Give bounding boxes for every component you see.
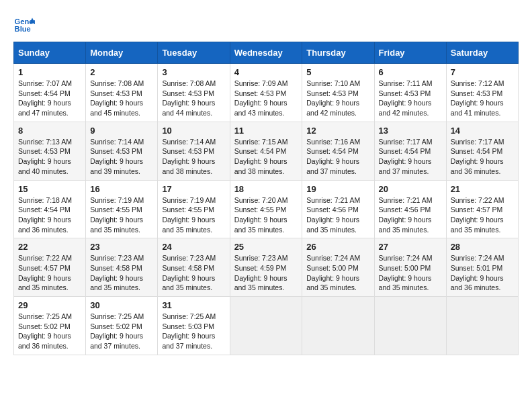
day-number: 9 bbox=[90, 126, 153, 136]
calendar-day-cell: 30Sunrise: 7:25 AMSunset: 5:02 PMDayligh… bbox=[86, 297, 158, 355]
day-number: 26 bbox=[306, 242, 369, 252]
day-number: 24 bbox=[162, 242, 225, 252]
day-info: Sunrise: 7:22 AMSunset: 4:57 PMDaylight:… bbox=[451, 195, 514, 235]
day-info: Sunrise: 7:17 AMSunset: 4:54 PMDaylight:… bbox=[451, 137, 514, 177]
day-number: 15 bbox=[18, 184, 81, 194]
day-number: 3 bbox=[162, 67, 225, 77]
calendar-day-cell bbox=[230, 297, 302, 355]
day-info: Sunrise: 7:10 AMSunset: 4:53 PMDaylight:… bbox=[306, 79, 369, 118]
calendar-day-cell bbox=[374, 297, 446, 355]
day-number: 20 bbox=[379, 184, 442, 194]
calendar-day-cell: 6Sunrise: 7:11 AMSunset: 4:53 PMDaylight… bbox=[374, 64, 446, 122]
calendar-day-cell: 4Sunrise: 7:09 AMSunset: 4:53 PMDaylight… bbox=[230, 64, 302, 122]
day-info: Sunrise: 7:12 AMSunset: 4:53 PMDaylight:… bbox=[451, 79, 514, 118]
day-number: 19 bbox=[306, 184, 369, 194]
day-info: Sunrise: 7:21 AMSunset: 4:56 PMDaylight:… bbox=[379, 195, 442, 235]
day-info: Sunrise: 7:15 AMSunset: 4:54 PMDaylight:… bbox=[234, 137, 298, 177]
day-number: 7 bbox=[451, 67, 514, 77]
day-number: 8 bbox=[18, 126, 81, 136]
calendar-day-cell: 8Sunrise: 7:13 AMSunset: 4:53 PMDaylight… bbox=[14, 122, 86, 180]
day-number: 1 bbox=[18, 67, 81, 77]
calendar-day-cell: 3Sunrise: 7:08 AMSunset: 4:53 PMDaylight… bbox=[158, 64, 230, 122]
day-info: Sunrise: 7:21 AMSunset: 4:56 PMDaylight:… bbox=[306, 195, 369, 235]
day-info: Sunrise: 7:24 AMSunset: 5:00 PMDaylight:… bbox=[379, 253, 442, 293]
day-number: 6 bbox=[379, 67, 442, 77]
header: General Blue bbox=[13, 13, 519, 35]
day-number: 4 bbox=[234, 67, 298, 77]
calendar-day-cell: 23Sunrise: 7:23 AMSunset: 4:58 PMDayligh… bbox=[86, 238, 158, 297]
day-info: Sunrise: 7:13 AMSunset: 4:53 PMDaylight:… bbox=[18, 137, 81, 177]
calendar-day-cell bbox=[446, 297, 518, 355]
day-number: 10 bbox=[162, 126, 225, 136]
calendar-week-row: 8Sunrise: 7:13 AMSunset: 4:53 PMDaylight… bbox=[14, 122, 519, 180]
day-info: Sunrise: 7:19 AMSunset: 4:55 PMDaylight:… bbox=[162, 195, 225, 235]
calendar-day-cell: 20Sunrise: 7:21 AMSunset: 4:56 PMDayligh… bbox=[374, 180, 446, 238]
calendar-day-cell: 7Sunrise: 7:12 AMSunset: 4:53 PMDaylight… bbox=[446, 64, 518, 122]
day-number: 5 bbox=[306, 67, 369, 77]
day-number: 18 bbox=[234, 184, 298, 194]
calendar-day-cell: 16Sunrise: 7:19 AMSunset: 4:55 PMDayligh… bbox=[86, 180, 158, 238]
calendar-week-row: 1Sunrise: 7:07 AMSunset: 4:54 PMDaylight… bbox=[14, 64, 519, 122]
day-info: Sunrise: 7:08 AMSunset: 4:53 PMDaylight:… bbox=[90, 79, 153, 118]
calendar-day-cell: 28Sunrise: 7:24 AMSunset: 5:01 PMDayligh… bbox=[446, 238, 518, 297]
day-number: 29 bbox=[18, 300, 81, 310]
calendar-day-cell: 24Sunrise: 7:23 AMSunset: 4:58 PMDayligh… bbox=[158, 238, 230, 297]
calendar-day-cell: 27Sunrise: 7:24 AMSunset: 5:00 PMDayligh… bbox=[374, 238, 446, 297]
day-info: Sunrise: 7:23 AMSunset: 4:58 PMDaylight:… bbox=[162, 253, 225, 293]
calendar-day-cell: 31Sunrise: 7:25 AMSunset: 5:03 PMDayligh… bbox=[158, 297, 230, 355]
day-number: 2 bbox=[90, 67, 153, 77]
day-info: Sunrise: 7:22 AMSunset: 4:57 PMDaylight:… bbox=[18, 253, 81, 293]
calendar-day-cell: 21Sunrise: 7:22 AMSunset: 4:57 PMDayligh… bbox=[446, 180, 518, 238]
weekday-header: Saturday bbox=[446, 42, 518, 64]
weekday-header: Wednesday bbox=[230, 42, 302, 64]
weekday-header: Thursday bbox=[302, 42, 374, 64]
day-number: 27 bbox=[379, 242, 442, 252]
day-number: 12 bbox=[306, 126, 369, 136]
day-info: Sunrise: 7:16 AMSunset: 4:54 PMDaylight:… bbox=[306, 137, 369, 177]
calendar-day-cell: 11Sunrise: 7:15 AMSunset: 4:54 PMDayligh… bbox=[230, 122, 302, 180]
calendar-day-cell: 22Sunrise: 7:22 AMSunset: 4:57 PMDayligh… bbox=[14, 238, 86, 297]
calendar-day-cell: 10Sunrise: 7:14 AMSunset: 4:53 PMDayligh… bbox=[158, 122, 230, 180]
day-info: Sunrise: 7:18 AMSunset: 4:54 PMDaylight:… bbox=[18, 195, 81, 235]
calendar-day-cell: 29Sunrise: 7:25 AMSunset: 5:02 PMDayligh… bbox=[14, 297, 86, 355]
calendar-table: SundayMondayTuesdayWednesdayThursdayFrid… bbox=[13, 42, 519, 355]
logo: General Blue bbox=[13, 13, 36, 35]
day-info: Sunrise: 7:07 AMSunset: 4:54 PMDaylight:… bbox=[18, 79, 81, 118]
calendar-day-cell: 13Sunrise: 7:17 AMSunset: 4:54 PMDayligh… bbox=[374, 122, 446, 180]
day-info: Sunrise: 7:11 AMSunset: 4:53 PMDaylight:… bbox=[379, 79, 442, 118]
day-number: 13 bbox=[379, 126, 442, 136]
day-info: Sunrise: 7:08 AMSunset: 4:53 PMDaylight:… bbox=[162, 79, 225, 118]
day-info: Sunrise: 7:17 AMSunset: 4:54 PMDaylight:… bbox=[379, 137, 442, 177]
day-info: Sunrise: 7:14 AMSunset: 4:53 PMDaylight:… bbox=[162, 137, 225, 177]
day-number: 28 bbox=[451, 242, 514, 252]
day-info: Sunrise: 7:25 AMSunset: 5:03 PMDaylight:… bbox=[162, 312, 225, 351]
day-info: Sunrise: 7:24 AMSunset: 5:01 PMDaylight:… bbox=[451, 253, 514, 293]
day-number: 31 bbox=[162, 300, 225, 310]
calendar-day-cell: 18Sunrise: 7:20 AMSunset: 4:55 PMDayligh… bbox=[230, 180, 302, 238]
day-number: 23 bbox=[90, 242, 153, 252]
calendar-week-row: 22Sunrise: 7:22 AMSunset: 4:57 PMDayligh… bbox=[14, 238, 519, 297]
calendar-day-cell: 5Sunrise: 7:10 AMSunset: 4:53 PMDaylight… bbox=[302, 64, 374, 122]
calendar-header-row: SundayMondayTuesdayWednesdayThursdayFrid… bbox=[14, 42, 519, 64]
calendar-day-cell: 14Sunrise: 7:17 AMSunset: 4:54 PMDayligh… bbox=[446, 122, 518, 180]
calendar-day-cell: 26Sunrise: 7:24 AMSunset: 5:00 PMDayligh… bbox=[302, 238, 374, 297]
calendar-week-row: 15Sunrise: 7:18 AMSunset: 4:54 PMDayligh… bbox=[14, 180, 519, 238]
day-number: 25 bbox=[234, 242, 298, 252]
day-number: 22 bbox=[18, 242, 81, 252]
weekday-header: Friday bbox=[374, 42, 446, 64]
day-info: Sunrise: 7:25 AMSunset: 5:02 PMDaylight:… bbox=[18, 312, 81, 351]
weekday-header: Tuesday bbox=[158, 42, 230, 64]
calendar-day-cell: 25Sunrise: 7:23 AMSunset: 4:59 PMDayligh… bbox=[230, 238, 302, 297]
day-number: 17 bbox=[162, 184, 225, 194]
calendar-day-cell: 9Sunrise: 7:14 AMSunset: 4:53 PMDaylight… bbox=[86, 122, 158, 180]
weekday-header: Monday bbox=[86, 42, 158, 64]
day-info: Sunrise: 7:19 AMSunset: 4:55 PMDaylight:… bbox=[90, 195, 153, 235]
calendar-day-cell: 2Sunrise: 7:08 AMSunset: 4:53 PMDaylight… bbox=[86, 64, 158, 122]
calendar-day-cell bbox=[302, 297, 374, 355]
day-info: Sunrise: 7:20 AMSunset: 4:55 PMDaylight:… bbox=[234, 195, 298, 235]
day-info: Sunrise: 7:14 AMSunset: 4:53 PMDaylight:… bbox=[90, 137, 153, 177]
day-info: Sunrise: 7:24 AMSunset: 5:00 PMDaylight:… bbox=[306, 253, 369, 293]
calendar-day-cell: 1Sunrise: 7:07 AMSunset: 4:54 PMDaylight… bbox=[14, 64, 86, 122]
calendar-day-cell: 17Sunrise: 7:19 AMSunset: 4:55 PMDayligh… bbox=[158, 180, 230, 238]
calendar-day-cell: 12Sunrise: 7:16 AMSunset: 4:54 PMDayligh… bbox=[302, 122, 374, 180]
